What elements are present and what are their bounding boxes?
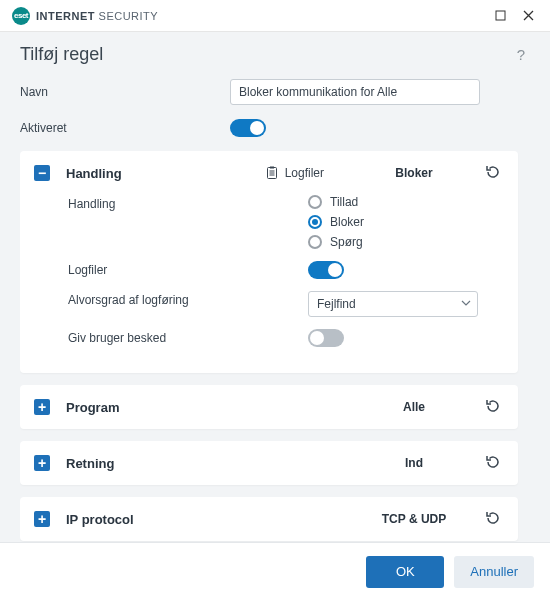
name-label: Navn	[20, 85, 230, 99]
clipboard-icon	[265, 166, 279, 180]
section-direction: + Retning Ind	[20, 441, 518, 485]
radio-allow[interactable]: Tillad	[308, 195, 504, 209]
radio-icon	[308, 195, 322, 209]
logfiles-label: Logfiler	[68, 261, 308, 277]
undo-icon	[484, 163, 502, 181]
section-direction-reset[interactable]	[484, 453, 504, 473]
section-handling: − Handling Logfiler Bloker Handling	[20, 151, 518, 373]
severity-select[interactable]: Fejlfind	[308, 291, 478, 317]
section-direction-title: Retning	[66, 456, 114, 471]
severity-value: Fejlfind	[317, 297, 356, 311]
svg-rect-3	[270, 167, 274, 169]
section-program-reset[interactable]	[484, 397, 504, 417]
section-direction-summary: Ind	[364, 456, 464, 470]
expand-icon: +	[34, 399, 50, 415]
section-protocol-summary: TCP & UDP	[364, 512, 464, 526]
radio-ask-label: Spørg	[330, 235, 363, 249]
radio-block[interactable]: Bloker	[308, 215, 504, 229]
section-handling-reset[interactable]	[484, 163, 504, 183]
section-program-summary: Alle	[364, 400, 464, 414]
help-icon: ?	[512, 46, 530, 64]
notify-toggle[interactable]	[308, 329, 344, 347]
name-input[interactable]	[230, 79, 480, 105]
expand-icon: +	[34, 511, 50, 527]
radio-block-label: Bloker	[330, 215, 364, 229]
radio-icon	[308, 235, 322, 249]
section-program: + Program Alle	[20, 385, 518, 429]
handling-action-radios: Tillad Bloker Spørg	[308, 195, 504, 249]
section-direction-header[interactable]: + Retning Ind	[20, 441, 518, 485]
section-handling-summary: Bloker	[364, 166, 464, 180]
sections-scroll[interactable]: − Handling Logfiler Bloker Handling	[20, 151, 530, 542]
section-protocol-header[interactable]: + IP protocol TCP & UDP	[20, 497, 518, 541]
enabled-row: Aktiveret	[20, 119, 530, 137]
logfiles-indicator-label: Logfiler	[285, 166, 324, 180]
page-header: Tilføj regel ?	[20, 44, 530, 65]
name-row: Navn	[20, 79, 530, 105]
section-protocol: + IP protocol TCP & UDP	[20, 497, 518, 541]
logfiles-row: Logfiler	[68, 261, 504, 279]
undo-icon	[484, 453, 502, 471]
brand-text: INTERNET SECURITY	[36, 10, 158, 22]
logfiles-toggle[interactable]	[308, 261, 344, 279]
notify-label: Giv bruger besked	[68, 329, 308, 345]
page-title: Tilføj regel	[20, 44, 512, 65]
cancel-button[interactable]: Annuller	[454, 556, 534, 588]
expand-icon: +	[34, 455, 50, 471]
section-protocol-reset[interactable]	[484, 509, 504, 529]
brand: eset INTERNET SECURITY	[12, 7, 486, 25]
window-maximize-button[interactable]	[486, 2, 514, 30]
close-icon	[523, 10, 534, 21]
ok-button[interactable]: OK	[366, 556, 444, 588]
svg-rect-0	[496, 11, 505, 20]
square-icon	[495, 10, 506, 21]
enabled-label: Aktiveret	[20, 121, 230, 135]
section-protocol-title: IP protocol	[66, 512, 134, 527]
help-button[interactable]: ?	[512, 46, 530, 64]
title-bar: eset INTERNET SECURITY	[0, 0, 550, 32]
section-handling-logfiles-indicator: Logfiler	[265, 166, 324, 180]
notify-row: Giv bruger besked	[68, 329, 504, 347]
collapse-icon: −	[34, 165, 50, 181]
handling-action-label: Handling	[68, 195, 308, 211]
section-handling-body: Handling Tillad Bloker Spørg	[20, 195, 518, 373]
section-handling-title: Handling	[66, 166, 122, 181]
window-close-button[interactable]	[514, 2, 542, 30]
section-program-title: Program	[66, 400, 119, 415]
brand-logo: eset	[12, 7, 30, 25]
radio-ask[interactable]: Spørg	[308, 235, 504, 249]
enabled-toggle[interactable]	[230, 119, 266, 137]
severity-label: Alvorsgrad af logføring	[68, 291, 308, 307]
severity-row: Alvorsgrad af logføring Fejlfind	[68, 291, 504, 317]
footer: OK Annuller	[0, 542, 550, 600]
handling-action-row: Handling Tillad Bloker Spørg	[68, 195, 504, 249]
section-handling-header[interactable]: − Handling Logfiler Bloker	[20, 151, 518, 195]
undo-icon	[484, 397, 502, 415]
page: Tilføj regel ? Navn Aktiveret − Handling…	[0, 32, 550, 542]
undo-icon	[484, 509, 502, 527]
svg-text:?: ?	[517, 46, 525, 63]
radio-allow-label: Tillad	[330, 195, 358, 209]
chevron-down-icon	[461, 297, 471, 311]
section-program-header[interactable]: + Program Alle	[20, 385, 518, 429]
radio-icon	[308, 215, 322, 229]
